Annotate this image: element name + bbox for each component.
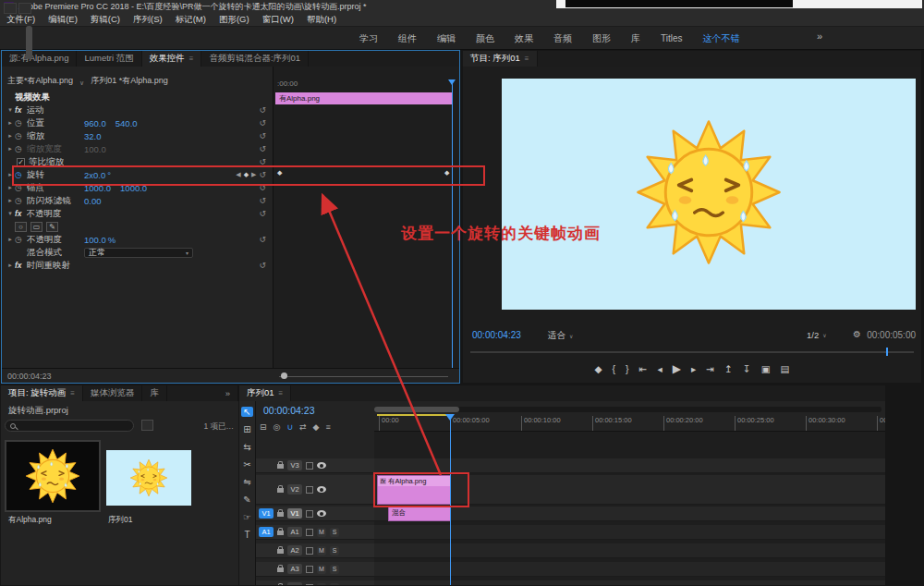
snap-target-icon[interactable]: ◎	[274, 422, 281, 432]
next-keyframe-icon[interactable]: ▶	[251, 171, 256, 178]
track-header-a2[interactable]: A2 M S	[256, 543, 374, 558]
twirl-icon[interactable]: ▸	[6, 119, 15, 127]
reset-icon[interactable]: ↺	[259, 118, 266, 128]
uniform-scale-checkbox[interactable]: ✓	[17, 158, 25, 166]
workspace-assembly[interactable]: 组件	[388, 27, 427, 50]
ec-row-position[interactable]: ▸ ◷ 位置 960.0 540.0 ↺	[2, 116, 273, 129]
reset-icon[interactable]: ↺	[259, 209, 266, 218]
position-x-value[interactable]: 960.0	[84, 118, 106, 128]
menu-sequence[interactable]: 序列(S)	[127, 14, 169, 26]
workspace-color[interactable]: 颜色	[466, 27, 505, 50]
keyframe-icon[interactable]: ◆	[277, 169, 282, 177]
ec-row-opacity-value[interactable]: ▸ ◷ 不透明度 100.0 % ↺	[2, 233, 273, 246]
opacity-value[interactable]: 100.0	[84, 235, 106, 245]
lock-icon[interactable]	[277, 531, 284, 535]
keyframe-icon[interactable]: ◆	[444, 169, 449, 177]
reset-icon[interactable]: ↺	[259, 235, 266, 244]
zoom-slider-track[interactable]	[279, 376, 448, 377]
sync-lock-icon[interactable]	[306, 529, 313, 536]
twirl-icon[interactable]: ▸	[6, 197, 15, 204]
track-header-a4[interactable]: A4 M S	[256, 580, 374, 585]
toggle-track-output-icon[interactable]	[317, 486, 326, 493]
rotation-value[interactable]: 2x0.0	[84, 170, 105, 180]
workspace-titles[interactable]: Titles	[650, 27, 693, 50]
tab-overflow-icon[interactable]: »	[218, 385, 238, 401]
add-keyframe-icon[interactable]: ◆	[244, 171, 249, 178]
new-bin-icon[interactable]	[141, 420, 153, 431]
timeline-clip-secondary[interactable]: 混合	[388, 507, 451, 521]
settings-wrench-icon[interactable]: ⚙	[853, 329, 861, 339]
reset-icon[interactable]: ↺	[259, 196, 266, 205]
lift-icon[interactable]: ↥	[724, 363, 733, 374]
tab-effect-controls[interactable]: 效果控件 ≡	[142, 51, 202, 67]
menu-file[interactable]: 文件(F)	[0, 14, 42, 26]
blend-mode-dropdown[interactable]: 正常 ▾	[84, 248, 193, 258]
project-file-name[interactable]: 旋转动画.prproj	[8, 405, 68, 417]
twirl-icon[interactable]: ▾	[6, 210, 15, 217]
ec-row-scale[interactable]: ▸ ◷ 缩放 32.0 ↺	[2, 129, 273, 142]
reset-icon[interactable]: ↺	[259, 144, 266, 153]
stopwatch-icon[interactable]: ◷	[15, 131, 27, 140]
project-item-sequence[interactable]	[106, 450, 191, 506]
ec-row-anchor-point[interactable]: ▸ ◷ 锚点 1000.0 1000.0 ↺	[2, 181, 273, 194]
ec-row-antiflicker[interactable]: ▸ ◷ 防闪烁滤镜 0.00 ↺	[2, 194, 273, 207]
lock-icon[interactable]	[277, 488, 284, 493]
anchor-y-value[interactable]: 1000.0	[120, 183, 147, 193]
playhead-handle[interactable]	[445, 414, 455, 421]
playhead[interactable]	[450, 414, 451, 585]
twirl-icon[interactable]: ▸	[6, 171, 15, 178]
sync-lock-icon[interactable]	[306, 566, 313, 573]
play-icon[interactable]: ▶	[673, 362, 681, 375]
export-frame-icon[interactable]: ▣	[761, 363, 771, 374]
workspace-editing[interactable]: 编辑	[427, 27, 466, 50]
linked-selection-icon[interactable]: ⇄	[299, 422, 307, 432]
solo-button[interactable]: S	[330, 528, 339, 537]
item-label-image[interactable]: 有Alpha.png	[8, 515, 52, 526]
twirl-icon[interactable]: ▾	[6, 106, 15, 114]
mute-button[interactable]: M	[317, 546, 326, 555]
menu-window[interactable]: 窗口(W)	[256, 14, 300, 26]
tab-program-monitor[interactable]: 节目: 序列01 ≡	[463, 51, 538, 67]
pm-scrub-bar[interactable]	[470, 351, 914, 353]
comparison-view-icon[interactable]: ▤	[781, 363, 790, 374]
antiflicker-value[interactable]: 0.00	[84, 196, 102, 206]
project-item-image[interactable]	[6, 442, 99, 510]
twirl-icon[interactable]: ▸	[6, 132, 15, 140]
hscrollbar-thumb[interactable]	[374, 407, 459, 412]
ec-row-time-remapping[interactable]: ▸ fx 时间重映射 ↺	[2, 259, 273, 272]
twirl-icon[interactable]: ▸	[6, 236, 15, 243]
type-tool[interactable]: T	[244, 530, 249, 540]
twirl-icon[interactable]: ▸	[6, 145, 15, 153]
sync-lock-icon[interactable]	[306, 510, 313, 518]
selection-tool[interactable]: ↖	[241, 407, 252, 417]
menu-marker[interactable]: 标记(M)	[169, 14, 213, 26]
playhead-handle[interactable]	[448, 79, 456, 85]
ec-row-rotation[interactable]: ▸ ◷ 旋转 2x0.0 ° ◀ ◆ ▶ ↺	[2, 168, 273, 181]
step-forward-icon[interactable]: ▸	[691, 363, 696, 374]
tab-source-monitor[interactable]: 源:有Alpha.png	[2, 51, 77, 67]
previous-keyframe-icon[interactable]: ◀	[236, 171, 240, 178]
ec-row-opacity-effect[interactable]: ▾ fx 不透明度 ↺	[2, 207, 273, 220]
timeline-hscrollbar[interactable]	[374, 407, 881, 412]
razor-tool[interactable]: ✂	[243, 459, 250, 470]
vscrollbar-thumb[interactable]	[26, 26, 32, 59]
pen-mask-icon[interactable]: ✎	[46, 222, 58, 232]
ec-clip-bar[interactable]: 有Alpha.png	[275, 92, 453, 104]
ec-row-scale-width[interactable]: ▸ ◷ 缩放宽度 100.0 ↺	[2, 142, 273, 155]
track-select-tool[interactable]: ⊞	[243, 424, 250, 434]
toggle-track-output-icon[interactable]	[317, 510, 326, 517]
playback-resolution-dropdown[interactable]: 1/2 ∨	[807, 330, 827, 340]
tab-media-browser[interactable]: 媒体浏览器	[83, 385, 143, 401]
sync-lock-icon[interactable]	[306, 486, 313, 494]
lock-icon[interactable]	[277, 464, 284, 469]
snap-magnet-icon[interactable]: ∪	[286, 422, 293, 432]
tab-libraries[interactable]: 库	[142, 385, 167, 401]
solo-button[interactable]: S	[330, 546, 339, 555]
ec-row-motion[interactable]: ▾ fx 运动 ↺	[2, 104, 273, 116]
reset-icon[interactable]: ↺	[259, 183, 266, 192]
twirl-icon[interactable]: ▸	[6, 184, 15, 191]
workspace-custom-active[interactable]: 这个不错	[693, 27, 750, 50]
add-marker-icon[interactable]: ◆	[313, 422, 320, 432]
tab-audio-clip-mixer[interactable]: 音频剪辑混合器:序列01	[201, 51, 309, 67]
mute-button[interactable]: M	[317, 565, 326, 574]
